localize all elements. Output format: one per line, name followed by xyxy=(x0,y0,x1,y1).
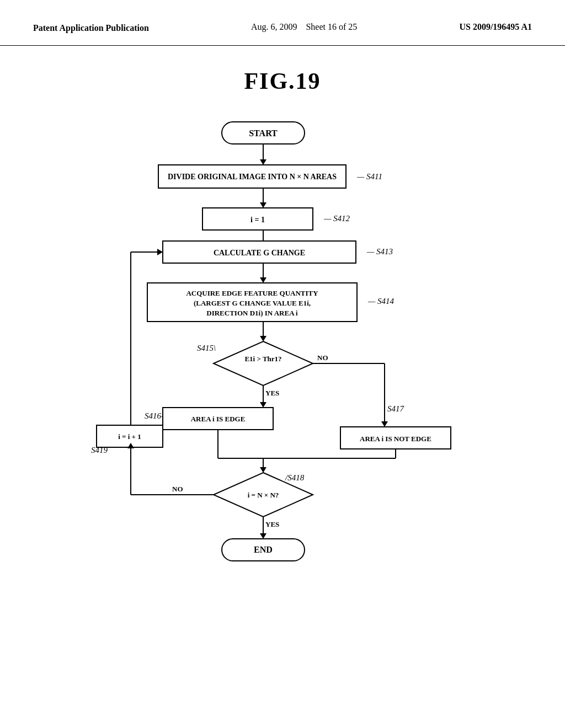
svg-text:— S413: — S413 xyxy=(366,247,393,256)
svg-text:NO: NO xyxy=(172,485,183,493)
svg-marker-20 xyxy=(260,277,266,283)
publication-label: Patent Application Publication xyxy=(33,22,149,34)
svg-text:— S414: — S414 xyxy=(367,297,395,306)
date-sheet: Aug. 6, 2009 Sheet 16 of 25 xyxy=(251,22,357,32)
svg-marker-37 xyxy=(381,421,388,427)
svg-marker-28 xyxy=(214,341,313,386)
svg-text:— S412: — S412 xyxy=(323,214,350,223)
svg-text:DIRECTION D1i) IN AREA i: DIRECTION D1i) IN AREA i xyxy=(206,309,298,317)
figure-title: FIG.19 xyxy=(0,68,565,94)
svg-text:AREA i IS NOT EDGE: AREA i IS NOT EDGE xyxy=(360,435,431,443)
svg-marker-8 xyxy=(260,202,266,208)
svg-text:(LARGEST G CHANGE VALUE E1i,: (LARGEST G CHANGE VALUE E1i, xyxy=(194,299,311,307)
svg-text:START: START xyxy=(249,129,278,138)
svg-text:i = i + 1: i = i + 1 xyxy=(118,432,141,441)
svg-text:i = 1: i = 1 xyxy=(250,216,265,224)
date: Aug. 6, 2009 xyxy=(251,22,297,31)
svg-text:i = N × N?: i = N × N? xyxy=(248,491,279,499)
svg-text:/S418: /S418 xyxy=(285,473,305,482)
svg-text:E1i > Thr1?: E1i > Thr1? xyxy=(244,355,281,363)
flowchart-svg: START DIVIDE ORIGINAL IMAGE INTO N × N A… xyxy=(76,111,489,607)
flowchart-container: START DIVIDE ORIGINAL IMAGE INTO N × N A… xyxy=(0,111,565,607)
svg-marker-33 xyxy=(260,402,266,408)
svg-marker-49 xyxy=(260,467,266,473)
svg-text:S415\: S415\ xyxy=(197,344,216,352)
svg-marker-64 xyxy=(260,533,266,539)
page-header: Patent Application Publication Aug. 6, 2… xyxy=(0,0,565,46)
svg-text:— S411: — S411 xyxy=(356,172,382,181)
svg-text:CALCULATE G CHANGE: CALCULATE G CHANGE xyxy=(214,249,305,257)
svg-text:ACQUIRE EDGE FEATURE QUANTITY: ACQUIRE EDGE FEATURE QUANTITY xyxy=(186,289,318,297)
svg-text:END: END xyxy=(254,545,273,554)
sheet: Sheet 16 of 25 xyxy=(306,22,357,31)
svg-text:NO: NO xyxy=(317,354,328,362)
svg-marker-3 xyxy=(260,159,266,165)
svg-text:AREA i IS EDGE: AREA i IS EDGE xyxy=(191,415,246,423)
patent-number: US 2009/196495 A1 xyxy=(459,22,532,32)
svg-text:DIVIDE ORIGINAL IMAGE INTO N ×: DIVIDE ORIGINAL IMAGE INTO N × N AREAS xyxy=(168,173,337,181)
svg-text:S417: S417 xyxy=(387,404,405,413)
svg-marker-15 xyxy=(157,249,163,255)
svg-text:YES: YES xyxy=(265,389,279,397)
svg-text:YES: YES xyxy=(265,520,279,528)
svg-marker-27 xyxy=(260,336,266,341)
